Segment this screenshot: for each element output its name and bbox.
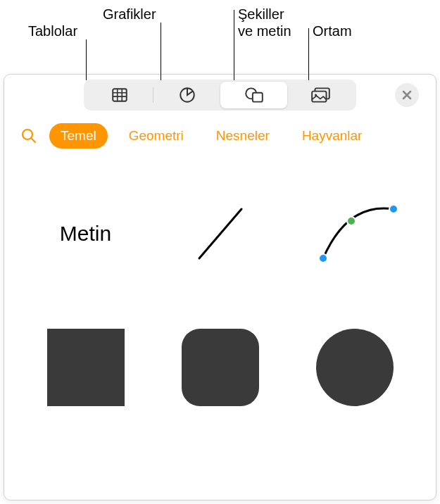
square-icon <box>47 329 125 406</box>
callout-charts-label: Grafikler <box>103 6 156 23</box>
media-icon <box>310 86 332 104</box>
callout-line <box>86 39 87 80</box>
svg-rect-7 <box>252 93 262 102</box>
charts-button[interactable] <box>153 82 220 108</box>
category-tabs: Temel Geometri Nesneler Hayvanlar <box>4 115 436 156</box>
callout-shapes-label-2: ve metin <box>238 23 291 39</box>
callout-line <box>234 10 234 80</box>
insert-toolbar <box>4 75 436 115</box>
callout-annotations: Tablolar Grafikler Şekiller ve metin Ort… <box>0 0 440 74</box>
shapes-icon <box>244 86 265 104</box>
svg-point-18 <box>389 205 398 213</box>
shapes-grid: Metin <box>4 156 436 445</box>
shape-rounded-square[interactable] <box>171 325 270 410</box>
close-icon <box>402 90 412 100</box>
insert-panel: Temel Geometri Nesneler Hayvanlar Metin <box>4 74 436 500</box>
tab-basic[interactable]: Temel <box>49 123 108 149</box>
tab-geometry[interactable]: Geometri <box>118 123 195 149</box>
svg-line-15 <box>199 209 241 258</box>
tables-button[interactable] <box>86 82 153 108</box>
search-button[interactable] <box>18 125 39 146</box>
svg-rect-0 <box>113 89 127 101</box>
chart-icon <box>178 86 196 104</box>
tab-animals[interactable]: Hayvanlar <box>291 123 374 149</box>
circle-icon <box>316 329 394 406</box>
tab-objects[interactable]: Nesneler <box>205 123 281 149</box>
svg-rect-9 <box>312 92 326 102</box>
shape-square[interactable] <box>37 325 135 410</box>
callout-line <box>308 28 309 80</box>
text-shape-label: Metin <box>60 222 111 246</box>
svg-point-16 <box>319 254 327 263</box>
svg-point-17 <box>347 217 356 225</box>
table-icon <box>111 86 129 104</box>
line-icon <box>185 199 256 269</box>
shapes-button[interactable] <box>220 82 287 108</box>
shape-circle[interactable] <box>306 325 404 410</box>
callout-shapes-label-1: Şekiller <box>238 6 284 23</box>
media-button[interactable] <box>287 82 354 108</box>
svg-line-14 <box>31 138 35 142</box>
curve-icon <box>309 199 401 269</box>
rounded-square-icon <box>182 329 259 406</box>
shape-line[interactable] <box>171 191 270 276</box>
toolbar-group <box>84 80 356 111</box>
close-button[interactable] <box>395 83 419 107</box>
callout-tables-label: Tablolar <box>28 23 77 39</box>
callout-line <box>161 23 161 80</box>
callout-media-label: Ortam <box>313 23 352 39</box>
shape-curve[interactable] <box>306 191 404 276</box>
shape-text[interactable]: Metin <box>37 191 135 276</box>
search-icon <box>20 127 37 144</box>
